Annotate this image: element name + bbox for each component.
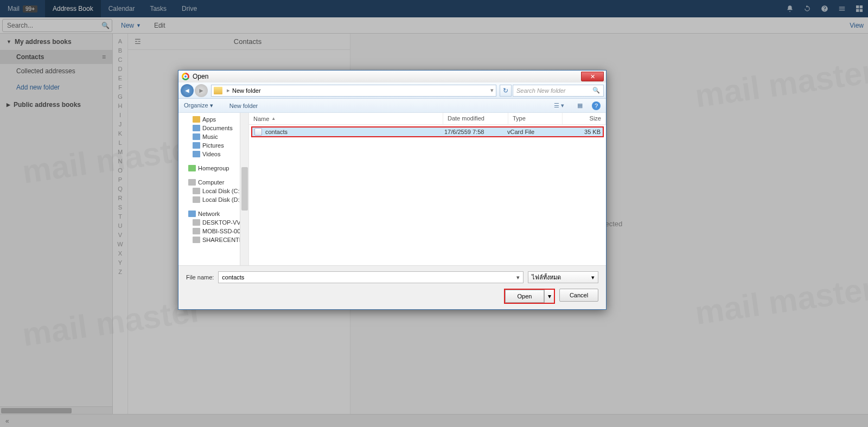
- sidebar-group-my-books[interactable]: ▼ My address books: [0, 34, 112, 50]
- alpha-letter[interactable]: N: [113, 157, 127, 166]
- new-folder-button[interactable]: New folder: [229, 103, 258, 109]
- filename-value: contacts: [222, 274, 244, 281]
- chrome-icon: [182, 73, 189, 80]
- sidebar-item-contacts[interactable]: Contacts ≡: [0, 50, 112, 64]
- search-icon[interactable]: 🔍: [592, 87, 600, 94]
- col-size[interactable]: Size: [563, 113, 606, 124]
- alpha-letter[interactable]: W: [113, 240, 127, 249]
- alpha-letter[interactable]: H: [113, 101, 127, 111]
- search-box[interactable]: 🔍: [2, 19, 112, 32]
- chevron-down-icon[interactable]: ▾: [516, 274, 520, 281]
- preview-pane-button[interactable]: ▦: [573, 100, 586, 111]
- dialog-body: Apps Documents Music Pictures Videos Hom…: [178, 113, 606, 265]
- dialog-search-box[interactable]: Search New folder 🔍: [513, 85, 604, 97]
- alpha-letter[interactable]: U: [113, 221, 127, 231]
- tree-item-apps[interactable]: Apps: [178, 115, 248, 124]
- alpha-letter[interactable]: T: [113, 212, 127, 221]
- col-name[interactable]: Name▲: [249, 113, 443, 124]
- tree-item-net1[interactable]: DESKTOP-VV0Q7: [178, 218, 248, 227]
- alpha-letter[interactable]: P: [113, 175, 127, 184]
- folder-tree: Apps Documents Music Pictures Videos Hom…: [178, 113, 249, 265]
- tree-item-computer[interactable]: Computer: [178, 178, 248, 187]
- alpha-letter[interactable]: Y: [113, 258, 127, 267]
- tab-address-book[interactable]: Address Book: [45, 0, 101, 17]
- open-split-button[interactable]: ▾: [544, 290, 554, 303]
- collapse-sidebar-icon[interactable]: «: [5, 417, 9, 425]
- nav-refresh-button[interactable]: ↻: [500, 85, 512, 97]
- tree-item-documents[interactable]: Documents: [178, 124, 248, 132]
- tree-item-videos[interactable]: Videos: [178, 150, 248, 158]
- alpha-letter[interactable]: K: [113, 129, 127, 138]
- alpha-letter[interactable]: A: [113, 37, 127, 46]
- alpha-letter[interactable]: R: [113, 194, 127, 203]
- nav-back-button[interactable]: ◄: [181, 84, 194, 97]
- tree-scrollbar[interactable]: [240, 113, 248, 265]
- file-row[interactable]: contacts 17/6/2559 7:58 vCard File 35 KB: [251, 126, 604, 137]
- alpha-letter[interactable]: S: [113, 203, 127, 212]
- alpha-letter[interactable]: D: [113, 65, 127, 74]
- view-button[interactable]: View: [850, 17, 868, 33]
- hamburger-icon[interactable]: ≡: [102, 53, 106, 61]
- folder-icon: [214, 87, 222, 94]
- add-folder-link[interactable]: Add new folder: [0, 78, 112, 97]
- col-date[interactable]: Date modified: [443, 113, 508, 124]
- edit-button[interactable]: Edit: [148, 17, 172, 33]
- scrollbar-thumb[interactable]: [241, 167, 248, 211]
- alpha-letter[interactable]: F: [113, 83, 127, 92]
- tree-item-disk-d[interactable]: Local Disk (D:): [178, 195, 248, 204]
- help-icon[interactable]: ?: [592, 101, 601, 110]
- dialog-titlebar[interactable]: Open ✕: [178, 71, 606, 82]
- app-logo-icon[interactable]: [851, 0, 868, 17]
- alpha-letter[interactable]: M: [113, 148, 127, 157]
- alpha-letter[interactable]: C: [113, 55, 127, 65]
- help-icon[interactable]: [816, 0, 833, 17]
- tree-item-net3[interactable]: SHARECENTER1: [178, 235, 248, 244]
- list-view-icon[interactable]: ☲: [135, 37, 141, 46]
- alpha-letter[interactable]: E: [113, 74, 127, 83]
- sidebar-item-label: Contacts: [16, 53, 44, 61]
- sidebar-scrollbar[interactable]: [0, 406, 112, 414]
- tree-item-pictures[interactable]: Pictures: [178, 141, 248, 150]
- alpha-letter[interactable]: B: [113, 46, 127, 55]
- sidebar-group-public-books[interactable]: ▶ Public address books: [0, 97, 112, 113]
- sidebar-item-collected[interactable]: Collected addresses: [0, 64, 112, 78]
- alpha-index: A B C D E F G H I J K L M N O P Q R S T …: [113, 34, 128, 414]
- search-input[interactable]: [3, 22, 99, 29]
- alpha-letter[interactable]: O: [113, 166, 127, 175]
- file-type-filter[interactable]: ไฟล์ทั้งหมด ▾: [528, 271, 598, 283]
- tree-item-net2[interactable]: MOBI-SSD-005-P: [178, 227, 248, 235]
- new-button[interactable]: New ▼: [114, 17, 148, 33]
- breadcrumb-path[interactable]: ▸ New folder ▾: [211, 85, 496, 97]
- chevron-down-icon[interactable]: ▾: [490, 87, 494, 94]
- close-button[interactable]: ✕: [581, 72, 604, 81]
- alpha-letter[interactable]: Z: [113, 267, 127, 277]
- alpha-letter[interactable]: V: [113, 231, 127, 240]
- scrollbar-thumb[interactable]: [1, 408, 72, 413]
- tree-item-network[interactable]: Network: [178, 209, 248, 218]
- refresh-icon[interactable]: [799, 0, 816, 17]
- tab-calendar[interactable]: Calendar: [101, 0, 143, 17]
- tab-drive[interactable]: Drive: [174, 0, 205, 17]
- nav-forward-button[interactable]: ►: [195, 84, 208, 97]
- cancel-button[interactable]: Cancel: [559, 289, 598, 302]
- open-button[interactable]: Open: [505, 290, 544, 303]
- tab-mail[interactable]: Mail 99+: [0, 0, 45, 17]
- tab-tasks[interactable]: Tasks: [142, 0, 174, 17]
- filename-input[interactable]: contacts ▾: [218, 271, 524, 283]
- tree-item-disk-c[interactable]: Local Disk (C:): [178, 187, 248, 195]
- alpha-letter[interactable]: I: [113, 111, 127, 120]
- view-mode-button[interactable]: ☰ ▾: [550, 100, 568, 111]
- tree-item-homegroup[interactable]: Homegroup: [178, 164, 248, 173]
- alpha-letter[interactable]: G: [113, 92, 127, 101]
- toolbar: 🔍 New ▼ Edit View: [0, 17, 868, 34]
- alpha-letter[interactable]: J: [113, 120, 127, 129]
- notifications-icon[interactable]: [781, 0, 799, 17]
- alpha-letter[interactable]: X: [113, 249, 127, 258]
- organize-button[interactable]: Organize ▾: [184, 102, 213, 109]
- alpha-letter[interactable]: L: [113, 138, 127, 148]
- search-icon[interactable]: 🔍: [99, 22, 112, 29]
- col-type[interactable]: Type: [508, 113, 563, 124]
- alpha-letter[interactable]: Q: [113, 184, 127, 194]
- tree-item-music[interactable]: Music: [178, 132, 248, 141]
- menu-icon[interactable]: [833, 0, 851, 17]
